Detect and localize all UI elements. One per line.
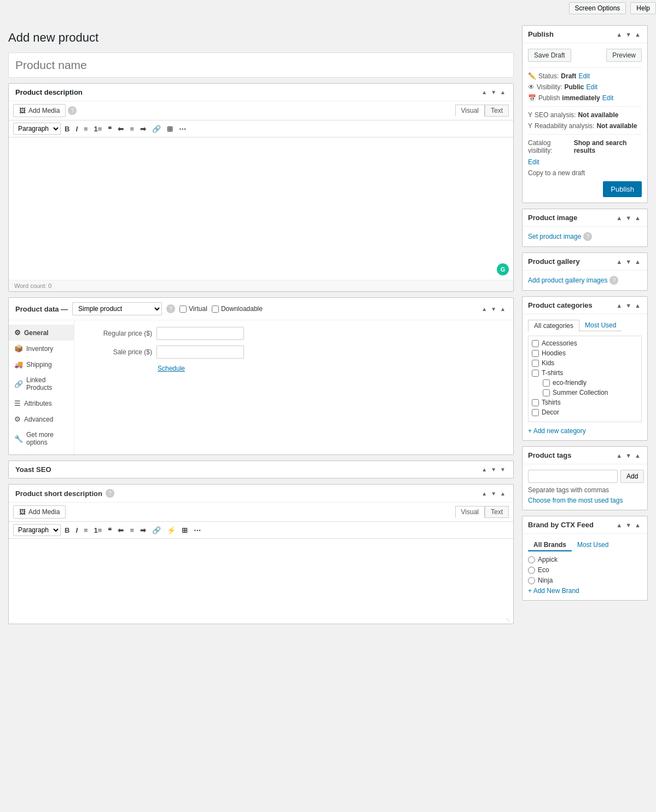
visibility-edit-link[interactable]: Edit — [586, 83, 597, 91]
virtual-checkbox-label[interactable]: Virtual — [179, 305, 207, 313]
short-desc-align-right[interactable]: ➡ — [138, 525, 148, 535]
tags-down[interactable]: ▼ — [624, 452, 632, 459]
downloadable-checkbox-label[interactable]: Downloadable — [212, 305, 263, 313]
product-image-toggle[interactable]: ▲ — [634, 214, 642, 222]
product-tags-header[interactable]: Product tags ▲ ▼ ▲ — [523, 447, 647, 464]
description-collapse-down[interactable]: ▼ — [490, 89, 497, 96]
tags-input[interactable] — [528, 470, 618, 483]
yoast-header[interactable]: Yoast SEO ▲ ▼ ▼ — [9, 461, 513, 478]
categories-toggle[interactable]: ▲ — [634, 302, 642, 309]
product-name-input[interactable] — [8, 53, 514, 78]
catalog-edit-link[interactable]: Edit — [528, 158, 539, 166]
gallery-help-icon[interactable]: ? — [609, 276, 618, 285]
description-visual-tab[interactable]: Visual — [455, 105, 485, 117]
brand-panel-header[interactable]: Brand by CTX Feed ▲ ▼ ▲ — [523, 516, 647, 534]
tags-toggle[interactable]: ▲ — [634, 452, 642, 459]
short-desc-table[interactable]: ⊞ — [179, 525, 190, 535]
product-gallery-header[interactable]: Product gallery ▲ ▼ ▲ — [523, 253, 647, 270]
short-desc-ol[interactable]: 1≡ — [92, 525, 105, 535]
add-gallery-link[interactable]: Add product gallery images ? — [528, 276, 642, 285]
brand-toggle[interactable]: ▲ — [634, 521, 642, 529]
tab-general[interactable]: ⚙ General — [9, 325, 74, 341]
category-eco-friendly-checkbox[interactable] — [543, 379, 550, 387]
category-tshirts2-checkbox[interactable] — [532, 399, 539, 406]
description-help-icon[interactable]: ? — [68, 106, 77, 115]
brand-up[interactable]: ▲ — [615, 521, 623, 529]
category-decor-checkbox[interactable] — [532, 409, 539, 416]
product-data-toggle[interactable]: ▲ — [499, 306, 507, 313]
short-desc-toggle[interactable]: ▲ — [499, 490, 507, 497]
short-desc-paragraph-select[interactable]: Paragraph — [13, 524, 61, 536]
short-desc-help-icon[interactable]: ? — [106, 489, 114, 498]
preview-button[interactable]: Preview — [606, 49, 642, 62]
add-media-button[interactable]: 🖼 Add Media — [13, 104, 66, 117]
more-button[interactable]: ⋯ — [177, 124, 188, 134]
product-data-up[interactable]: ▲ — [480, 306, 488, 313]
add-tag-button[interactable]: Add — [620, 470, 644, 483]
ul-button[interactable]: ≡ — [82, 124, 90, 134]
brand-appick-radio[interactable] — [528, 556, 535, 563]
short-desc-up[interactable]: ▲ — [480, 490, 488, 497]
schedule-link[interactable]: Schedule — [158, 365, 185, 372]
product-categories-header[interactable]: Product categories ▲ ▼ ▲ — [523, 297, 647, 314]
short-desc-add-media-button[interactable]: 🖼 Add Media — [13, 505, 66, 519]
product-type-select[interactable]: Simple product Grouped product External/… — [72, 302, 162, 315]
publish-panel-header[interactable]: Publish ▲ ▼ ▲ — [523, 26, 647, 43]
downloadable-checkbox[interactable] — [212, 306, 219, 313]
italic-button[interactable]: I — [73, 124, 80, 134]
copy-draft-link[interactable]: Copy to a new draft — [528, 169, 642, 177]
publish-down-chevron[interactable]: ▼ — [624, 31, 632, 38]
category-summer-collection-checkbox[interactable] — [543, 389, 550, 396]
sale-price-input[interactable] — [156, 345, 244, 359]
short-desc-down[interactable]: ▼ — [490, 490, 497, 497]
publish-button[interactable]: Publish — [603, 181, 642, 197]
short-desc-align-left[interactable]: ⬅ — [115, 525, 126, 535]
yoast-down[interactable]: ▼ — [490, 466, 497, 473]
description-toggle[interactable]: ▲ — [499, 89, 507, 96]
align-right-button[interactable]: ➡ — [138, 124, 148, 134]
product-gallery-toggle[interactable]: ▲ — [634, 258, 642, 266]
align-left-button[interactable]: ⬅ — [115, 124, 126, 134]
category-accessories-checkbox[interactable] — [532, 340, 539, 347]
categories-most-used-tab[interactable]: Most Used — [579, 320, 622, 331]
paragraph-select[interactable]: Paragraph — [13, 123, 61, 135]
tab-attributes[interactable]: ☰ Attributes — [9, 395, 74, 411]
category-hoodies-checkbox[interactable] — [532, 350, 539, 357]
link-button[interactable]: 🔗 — [150, 124, 163, 134]
category-kids-checkbox[interactable] — [532, 360, 539, 367]
category-tshirts-checkbox[interactable] — [532, 370, 539, 377]
add-new-brand-link[interactable]: + Add New Brand — [528, 587, 642, 595]
description-editor[interactable]: G — [9, 137, 513, 280]
brand-most-used-tab[interactable]: Most Used — [572, 539, 614, 551]
yoast-up[interactable]: ▲ — [480, 466, 488, 473]
publish-up-chevron[interactable]: ▲ — [615, 31, 623, 38]
product-data-help-icon[interactable]: ? — [166, 304, 175, 313]
quote-button[interactable]: ❝ — [106, 124, 114, 134]
short-desc-more[interactable]: ⋯ — [191, 525, 203, 535]
yoast-toggle[interactable]: ▼ — [499, 466, 507, 473]
save-draft-button[interactable]: Save Draft — [528, 49, 571, 62]
help-button[interactable]: Help — [630, 2, 656, 14]
short-desc-special[interactable]: ⚡ — [165, 525, 178, 535]
regular-price-input[interactable] — [156, 327, 244, 340]
brand-down[interactable]: ▼ — [624, 521, 632, 529]
short-desc-link[interactable]: 🔗 — [150, 525, 163, 535]
publish-toggle-chevron[interactable]: ▲ — [634, 31, 642, 38]
product-image-header[interactable]: Product image ▲ ▼ ▲ — [523, 209, 647, 227]
tab-get-more-options[interactable]: 🔧 Get more options — [9, 427, 74, 450]
product-gallery-down[interactable]: ▼ — [624, 258, 632, 266]
ol-button[interactable]: 1≡ — [92, 124, 105, 134]
product-data-down[interactable]: ▼ — [490, 306, 497, 313]
brand-eco-radio[interactable] — [528, 567, 535, 574]
virtual-checkbox[interactable] — [179, 306, 187, 313]
short-desc-visual-tab[interactable]: Visual — [455, 506, 485, 518]
short-desc-italic[interactable]: I — [73, 525, 80, 535]
product-gallery-up[interactable]: ▲ — [615, 258, 623, 266]
short-desc-editor[interactable] — [9, 539, 513, 615]
add-new-category-link[interactable]: + Add new category — [528, 427, 586, 435]
categories-up[interactable]: ▲ — [615, 302, 623, 309]
tab-linked-products[interactable]: 🔗 Linked Products — [9, 372, 74, 395]
product-image-up[interactable]: ▲ — [615, 214, 623, 222]
categories-all-tab[interactable]: All categories — [528, 320, 579, 332]
tab-shipping[interactable]: 🚚 Shipping — [9, 356, 74, 372]
